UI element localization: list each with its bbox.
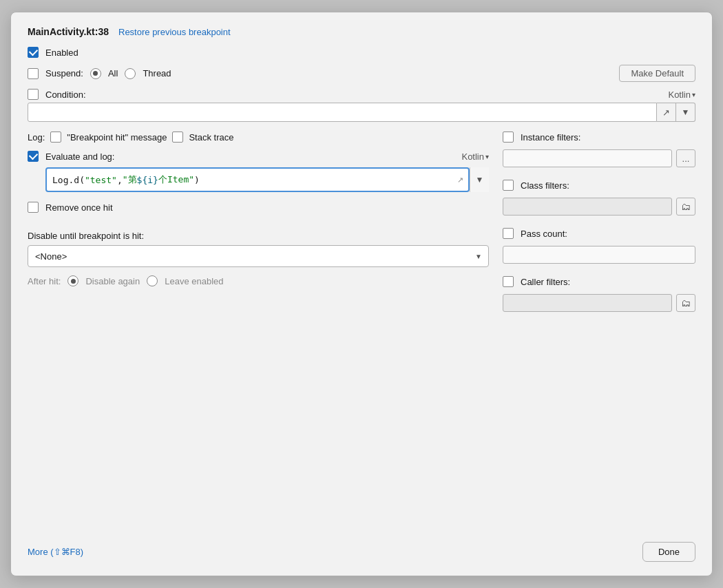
- condition-input[interactable]: [28, 103, 657, 122]
- file-title: MainActivity.kt:38: [28, 26, 109, 37]
- caller-filters-input-row: 🗂: [503, 294, 695, 312]
- done-button[interactable]: Done: [642, 542, 695, 562]
- pass-count-label: Pass count:: [521, 229, 567, 239]
- caller-filters-section: Caller filters: 🗂: [503, 276, 695, 312]
- bottom-row: More (⇧⌘F8) Done: [28, 528, 695, 562]
- expand-icon: ↗: [457, 176, 463, 185]
- ellipsis-icon: ...: [682, 154, 690, 164]
- all-radio[interactable]: [90, 68, 101, 79]
- condition-kotlin-badge[interactable]: Kotlin ▾: [668, 90, 695, 100]
- condition-dropdown-button[interactable]: ▼: [676, 103, 695, 122]
- eval-expand-button[interactable]: ↗: [452, 169, 468, 191]
- class-filters-input[interactable]: [503, 198, 672, 216]
- disable-until-select[interactable]: <None>: [28, 245, 489, 267]
- make-default-button[interactable]: Make Default: [619, 65, 695, 82]
- code-paren: ): [194, 175, 200, 185]
- log-label: Log:: [28, 132, 45, 143]
- disable-until-label: Disable until breakpoint is hit:: [28, 231, 144, 241]
- condition-input-row: ↗ ▼: [28, 103, 695, 122]
- instance-filters-checkbox[interactable]: [503, 132, 514, 143]
- eval-dropdown-button[interactable]: ▼: [470, 167, 489, 192]
- browse-icon: 🗂: [681, 297, 691, 308]
- eval-input-container-row: Log.d("test","第 ${i} 个Item") ↗ ▼: [45, 167, 489, 192]
- suspend-label: Suspend:: [45, 68, 83, 78]
- caller-filters-checkbox[interactable]: [503, 276, 514, 287]
- thread-radio[interactable]: [125, 68, 136, 79]
- breakpoint-dialog: MainActivity.kt:38 Restore previous brea…: [10, 12, 713, 576]
- log-row: Log: "Breakpoint hit" message Stack trac…: [28, 132, 489, 143]
- remove-once-hit-label: Remove once hit: [45, 202, 113, 213]
- suspend-checkbox[interactable]: [28, 68, 39, 79]
- dropdown-icon: ▼: [476, 175, 484, 185]
- disable-again-label: Disable again: [85, 276, 140, 286]
- class-filters-input-row: 🗂: [503, 198, 695, 216]
- disable-select-wrapper: <None>: [28, 245, 489, 267]
- instance-filters-input[interactable]: [503, 149, 672, 167]
- after-hit-label: After hit:: [28, 276, 61, 286]
- left-panel: Log: "Breakpoint hit" message Stack trac…: [28, 132, 489, 528]
- evaluate-checkbox[interactable]: [28, 151, 39, 162]
- restore-previous-link[interactable]: Restore previous breakpoint: [118, 27, 231, 37]
- instance-filters-input-row: ...: [503, 149, 695, 167]
- header-row: MainActivity.kt:38 Restore previous brea…: [28, 26, 695, 37]
- thread-label: Thread: [143, 68, 171, 78]
- disable-until-select-wrapper: <None>: [28, 245, 489, 267]
- pass-count-input[interactable]: [503, 246, 695, 264]
- stack-trace-label: Stack trace: [189, 132, 233, 143]
- code-string3: 个Item": [158, 174, 194, 186]
- stack-trace-checkbox[interactable]: [172, 132, 183, 143]
- remove-once-hit-row: Remove once hit: [28, 202, 489, 213]
- leave-enabled-radio[interactable]: [147, 275, 158, 286]
- caller-filters-label: Caller filters:: [521, 277, 570, 287]
- expand-icon: ↗: [662, 107, 670, 118]
- condition-row: Condition: Kotlin ▾: [28, 89, 695, 100]
- eval-input[interactable]: Log.d("test","第 ${i} 个Item"): [47, 169, 452, 190]
- evaluate-kotlin-badge[interactable]: Kotlin ▾: [461, 151, 489, 162]
- class-filters-label: Class filters:: [521, 180, 569, 191]
- condition-expand-button[interactable]: ↗: [657, 103, 676, 122]
- instance-filters-label: Instance filters:: [521, 132, 580, 143]
- enabled-checkbox[interactable]: [28, 47, 39, 58]
- disable-until-section: Disable until breakpoint is hit: <None>: [28, 231, 489, 267]
- caller-filters-row: Caller filters:: [503, 276, 695, 287]
- evaluate-row: Evaluate and log: Kotlin ▾: [28, 151, 489, 162]
- class-filters-browse-button[interactable]: 🗂: [676, 198, 695, 216]
- leave-enabled-label: Leave enabled: [165, 276, 223, 286]
- pass-count-section: Pass count:: [503, 228, 695, 264]
- code-string1: "test": [85, 175, 117, 185]
- more-link[interactable]: More (⇧⌘F8): [28, 547, 83, 557]
- breakpoint-hit-label: "Breakpoint hit" message: [67, 132, 167, 143]
- class-filters-section: Class filters: 🗂: [503, 180, 695, 216]
- dropdown-icon: ▼: [682, 107, 690, 117]
- condition-dropdown-arrow: ▾: [692, 91, 695, 98]
- caller-filters-browse-button[interactable]: 🗂: [676, 294, 695, 312]
- class-filters-checkbox[interactable]: [503, 180, 514, 191]
- instance-filters-ellipsis-button[interactable]: ...: [676, 149, 695, 167]
- eval-input-container: Log.d("test","第 ${i} 个Item") ↗: [45, 167, 470, 192]
- code-log-d: Log.d(: [52, 175, 85, 185]
- after-hit-row: After hit: Disable again Leave enabled: [28, 275, 489, 286]
- condition-language: Kotlin: [668, 90, 691, 100]
- browse-icon: 🗂: [681, 201, 691, 212]
- caller-filters-input[interactable]: [503, 294, 672, 312]
- enabled-label: Enabled: [45, 48, 78, 58]
- class-filters-row: Class filters:: [503, 180, 695, 191]
- instance-filters-row: Instance filters:: [503, 132, 695, 143]
- remove-once-hit-checkbox[interactable]: [28, 202, 39, 213]
- evaluate-language: Kotlin: [461, 151, 484, 162]
- disable-again-radio[interactable]: [67, 275, 78, 286]
- code-string2: "第: [123, 174, 137, 186]
- pass-count-checkbox[interactable]: [503, 228, 514, 239]
- breakpoint-hit-checkbox[interactable]: [50, 132, 61, 143]
- main-content: Log: "Breakpoint hit" message Stack trac…: [28, 132, 695, 528]
- pass-count-input-row: [503, 246, 695, 264]
- code-comma: ,: [117, 175, 123, 185]
- evaluate-dropdown-arrow: ▾: [485, 153, 489, 160]
- condition-label: Condition:: [45, 90, 86, 100]
- evaluate-label: Evaluate and log:: [45, 151, 114, 162]
- pass-count-row: Pass count:: [503, 228, 695, 239]
- right-panel: Instance filters: ... Class filters:: [503, 132, 695, 528]
- condition-checkbox[interactable]: [28, 89, 39, 100]
- code-variable: ${i}: [137, 175, 158, 185]
- enabled-row: Enabled: [28, 47, 695, 58]
